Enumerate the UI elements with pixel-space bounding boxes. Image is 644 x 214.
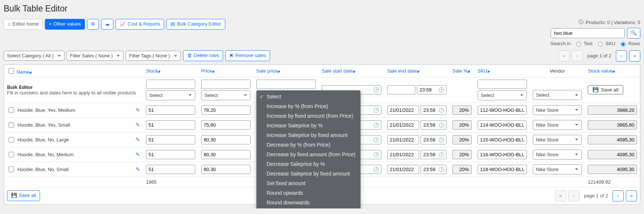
edit-icon[interactable]: ✎ — [136, 122, 140, 128]
col-stock[interactable]: Stock — [143, 64, 198, 77]
row-checkbox[interactable] — [9, 167, 14, 172]
bulk-sku-input[interactable] — [478, 80, 527, 89]
stock-input[interactable] — [146, 120, 195, 130]
price-input[interactable] — [201, 165, 250, 174]
price-input[interactable] — [201, 150, 250, 159]
row-checkbox[interactable] — [9, 152, 14, 157]
pager-first[interactable]: « — [558, 50, 570, 61]
bulk-sku-select[interactable]: Select — [478, 90, 527, 100]
stock-input[interactable] — [146, 165, 195, 174]
search-button[interactable]: 🔍 — [627, 28, 640, 39]
dropdown-option[interactable]: Increase by fixed amount (from Price) — [256, 111, 361, 121]
sku-input[interactable] — [478, 165, 527, 174]
col-sale-price[interactable]: Sale price — [253, 64, 319, 77]
end-date-input[interactable] — [387, 135, 419, 144]
vendor-select[interactable]: Nike Store — [533, 135, 582, 145]
dropdown-option[interactable]: Decrease by fixed amount (from Price) — [256, 150, 361, 159]
save-all-button-bottom[interactable]: 💾 Save all — [7, 190, 40, 201]
download-button[interactable]: ☁ — [101, 19, 113, 30]
search-in-text-radio[interactable] — [576, 42, 581, 47]
settings-button[interactable]: ⚙ — [87, 19, 99, 30]
bulk-price-input[interactable] — [201, 80, 250, 89]
other-values-button[interactable]: + Other values — [45, 19, 85, 30]
save-all-button-top[interactable]: 💾 Save all — [588, 85, 623, 94]
price-input[interactable] — [201, 135, 250, 144]
price-input[interactable] — [201, 106, 250, 115]
search-in-sku-radio[interactable] — [598, 42, 603, 47]
col-sale-end[interactable]: Sale end date — [384, 64, 450, 77]
col-sale-start[interactable]: Sale start date — [319, 64, 384, 77]
col-sale-pct[interactable]: Sale % — [449, 64, 474, 77]
search-input[interactable] — [551, 28, 625, 38]
row-checkbox[interactable] — [9, 107, 14, 113]
end-date-input[interactable] — [387, 106, 419, 115]
row-checkbox[interactable] — [9, 122, 14, 128]
sku-input[interactable] — [478, 150, 527, 159]
search-in-rows-radio[interactable] — [621, 42, 625, 47]
search-in-text-option[interactable]: Text — [574, 41, 592, 47]
dropdown-option[interactable]: Increase Saleprice by % — [256, 121, 361, 130]
vendor-select[interactable]: Nike Store — [533, 150, 582, 160]
bulk-end-time-input[interactable] — [417, 85, 447, 94]
sku-input[interactable] — [478, 120, 527, 130]
price-input[interactable] — [201, 120, 250, 130]
bulk-stock-select[interactable]: Select — [146, 90, 195, 100]
dropdown-option[interactable]: Increase Saleprice by fixed amount — [256, 130, 361, 140]
bulk-vendor-select[interactable]: Select — [533, 90, 582, 100]
edit-icon[interactable]: ✎ — [136, 166, 140, 172]
end-date-input[interactable] — [387, 150, 419, 159]
stock-input[interactable] — [146, 150, 195, 159]
edit-icon[interactable]: ✎ — [136, 137, 140, 143]
dropdown-option[interactable]: Select — [256, 92, 361, 101]
pager-last-bottom[interactable]: » — [626, 190, 637, 201]
end-time-input[interactable] — [421, 106, 447, 115]
pager-next[interactable]: › — [616, 50, 627, 61]
delete-rows-button[interactable]: 🗑 Delete rows — [183, 50, 223, 61]
stock-input[interactable] — [146, 106, 195, 115]
end-date-input[interactable] — [387, 165, 419, 174]
bulk-category-button[interactable]: ▤ Bulk Category Editor — [166, 19, 225, 30]
editor-home-button[interactable]: ⌂ Editor home — [4, 19, 43, 30]
category-select[interactable]: Select Category ( All ) — [4, 51, 64, 61]
sku-input[interactable] — [478, 106, 527, 115]
cost-reports-button[interactable]: 📈 Cost & Reports — [116, 19, 164, 30]
edit-icon[interactable]: ✎ — [136, 151, 140, 157]
dropdown-option[interactable]: Set fixed amount — [256, 178, 361, 188]
bulk-price-select[interactable]: Select — [201, 90, 250, 100]
pager-first-bottom[interactable]: « — [555, 190, 566, 201]
search-in-rows-option[interactable]: Rows — [619, 41, 640, 47]
sales-filter-select[interactable]: Filter Sales ( None ) — [67, 51, 124, 61]
vendor-select[interactable]: Nike Store — [533, 164, 582, 174]
row-checkbox[interactable] — [9, 137, 14, 143]
tags-filter-select[interactable]: Filter Tags ( None ) — [126, 51, 180, 61]
dropdown-option[interactable]: Decrease by % (from Price) — [256, 140, 361, 150]
select-all-checkbox[interactable] — [9, 68, 14, 74]
pager-prev[interactable]: ‹ — [572, 50, 583, 61]
dropdown-option[interactable]: Round downwards — [256, 198, 361, 207]
dropdown-option[interactable]: Round two decimals — [256, 207, 361, 208]
dropdown-option[interactable]: Round upwards — [256, 188, 361, 198]
sku-input[interactable] — [478, 135, 527, 144]
end-date-input[interactable] — [387, 120, 419, 130]
search-in-sku-option[interactable]: SKU — [596, 41, 615, 47]
dropdown-option[interactable]: Decrease Saleprice by fixed amount — [256, 169, 361, 178]
col-name[interactable]: Name — [4, 64, 143, 77]
edit-icon[interactable]: ✎ — [136, 107, 140, 113]
col-stock-value[interactable]: Stock value — [585, 64, 640, 77]
end-time-input[interactable] — [421, 150, 447, 159]
remove-sales-button[interactable]: ✖ Remove sales — [225, 50, 270, 61]
end-time-input[interactable] — [421, 135, 447, 144]
vendor-select[interactable]: Nike Store — [533, 105, 582, 115]
vendor-select[interactable]: Nike Store — [533, 120, 582, 130]
col-price[interactable]: Price — [198, 64, 253, 77]
pager-last[interactable]: » — [629, 50, 640, 61]
bulk-stock-input[interactable] — [146, 80, 195, 89]
stock-input[interactable] — [146, 135, 195, 144]
end-time-input[interactable] — [421, 120, 447, 130]
bulk-sale-input[interactable] — [256, 80, 316, 89]
col-sku[interactable]: SKU — [475, 64, 530, 77]
end-time-input[interactable] — [421, 165, 447, 174]
dropdown-option[interactable]: Decrease Saleprice by % — [256, 159, 361, 169]
sale-price-dropdown[interactable]: SelectIncrease by % (from Price)Increase… — [256, 90, 361, 208]
pager-next-bottom[interactable]: › — [613, 190, 624, 201]
